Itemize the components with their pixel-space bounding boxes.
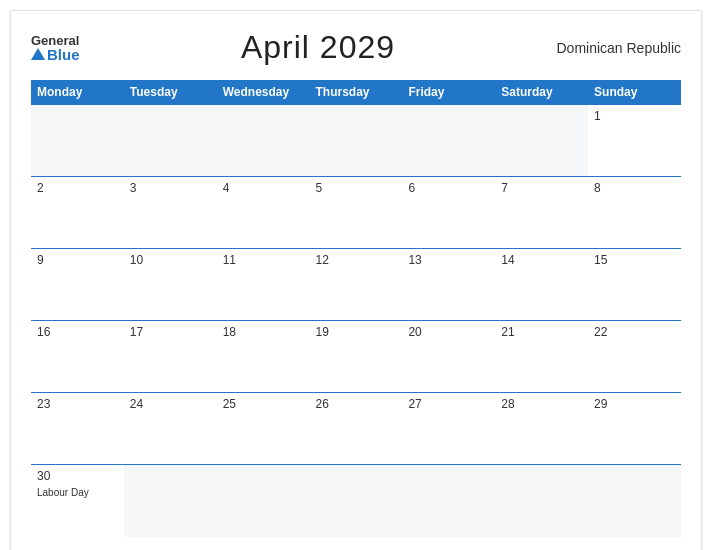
- calendar-week-row: 30Labour Day: [31, 465, 681, 537]
- calendar-day-cell: 9: [31, 249, 124, 321]
- calendar-day-cell: 11: [217, 249, 310, 321]
- calendar-day-cell: 23: [31, 393, 124, 465]
- calendar-header: General Blue April 2029 Dominican Republ…: [31, 29, 681, 66]
- calendar-week-row: 1: [31, 105, 681, 177]
- calendar-day-cell: [495, 465, 588, 537]
- weekday-header: Wednesday: [217, 80, 310, 105]
- day-number: 2: [37, 181, 118, 195]
- calendar-day-cell: 30Labour Day: [31, 465, 124, 537]
- day-number: 28: [501, 397, 582, 411]
- day-number: 26: [316, 397, 397, 411]
- day-number: 11: [223, 253, 304, 267]
- calendar-week-row: 9101112131415: [31, 249, 681, 321]
- calendar-day-cell: [402, 465, 495, 537]
- calendar-day-cell: [310, 465, 403, 537]
- calendar-day-cell: 6: [402, 177, 495, 249]
- calendar-day-cell: [217, 465, 310, 537]
- day-event: Labour Day: [37, 487, 89, 498]
- calendar-day-cell: 8: [588, 177, 681, 249]
- calendar-day-cell: [495, 105, 588, 177]
- calendar-day-cell: [310, 105, 403, 177]
- day-number: 4: [223, 181, 304, 195]
- calendar-day-cell: 4: [217, 177, 310, 249]
- calendar-week-row: 16171819202122: [31, 321, 681, 393]
- weekday-header-row: MondayTuesdayWednesdayThursdayFridaySatu…: [31, 80, 681, 105]
- day-number: 12: [316, 253, 397, 267]
- day-number: 9: [37, 253, 118, 267]
- calendar-day-cell: 7: [495, 177, 588, 249]
- day-number: 7: [501, 181, 582, 195]
- calendar-day-cell: 10: [124, 249, 217, 321]
- calendar-grid: MondayTuesdayWednesdayThursdayFridaySatu…: [31, 80, 681, 537]
- calendar-day-cell: 24: [124, 393, 217, 465]
- calendar-day-cell: 1: [588, 105, 681, 177]
- logo: General Blue: [31, 34, 80, 62]
- day-number: 5: [316, 181, 397, 195]
- day-number: 16: [37, 325, 118, 339]
- day-number: 19: [316, 325, 397, 339]
- calendar-day-cell: [402, 105, 495, 177]
- calendar-day-cell: 22: [588, 321, 681, 393]
- weekday-header: Tuesday: [124, 80, 217, 105]
- day-number: 27: [408, 397, 489, 411]
- calendar-country: Dominican Republic: [556, 40, 681, 56]
- calendar-day-cell: 13: [402, 249, 495, 321]
- calendar-day-cell: 19: [310, 321, 403, 393]
- day-number: 6: [408, 181, 489, 195]
- calendar-container: General Blue April 2029 Dominican Republ…: [10, 10, 702, 550]
- day-number: 22: [594, 325, 675, 339]
- calendar-day-cell: [217, 105, 310, 177]
- calendar-day-cell: 20: [402, 321, 495, 393]
- calendar-week-row: 23242526272829: [31, 393, 681, 465]
- weekday-header: Monday: [31, 80, 124, 105]
- calendar-week-row: 2345678: [31, 177, 681, 249]
- calendar-day-cell: 12: [310, 249, 403, 321]
- day-number: 20: [408, 325, 489, 339]
- day-number: 17: [130, 325, 211, 339]
- logo-blue-text: Blue: [31, 47, 80, 62]
- day-number: 13: [408, 253, 489, 267]
- calendar-day-cell: 16: [31, 321, 124, 393]
- calendar-day-cell: [588, 465, 681, 537]
- calendar-day-cell: 28: [495, 393, 588, 465]
- calendar-day-cell: 21: [495, 321, 588, 393]
- day-number: 25: [223, 397, 304, 411]
- day-number: 29: [594, 397, 675, 411]
- calendar-day-cell: [124, 105, 217, 177]
- weekday-header: Sunday: [588, 80, 681, 105]
- calendar-title: April 2029: [241, 29, 395, 66]
- day-number: 3: [130, 181, 211, 195]
- day-number: 8: [594, 181, 675, 195]
- logo-triangle-icon: [31, 48, 45, 60]
- logo-general-text: General: [31, 34, 80, 47]
- day-number: 18: [223, 325, 304, 339]
- day-number: 30: [37, 469, 118, 483]
- calendar-day-cell: 27: [402, 393, 495, 465]
- calendar-day-cell: 2: [31, 177, 124, 249]
- calendar-day-cell: 14: [495, 249, 588, 321]
- calendar-day-cell: 25: [217, 393, 310, 465]
- calendar-day-cell: 15: [588, 249, 681, 321]
- calendar-day-cell: 3: [124, 177, 217, 249]
- day-number: 10: [130, 253, 211, 267]
- calendar-day-cell: [124, 465, 217, 537]
- day-number: 23: [37, 397, 118, 411]
- calendar-day-cell: 17: [124, 321, 217, 393]
- calendar-day-cell: 26: [310, 393, 403, 465]
- day-number: 24: [130, 397, 211, 411]
- day-number: 15: [594, 253, 675, 267]
- weekday-header: Friday: [402, 80, 495, 105]
- weekday-header: Saturday: [495, 80, 588, 105]
- day-number: 21: [501, 325, 582, 339]
- day-number: 14: [501, 253, 582, 267]
- calendar-day-cell: [31, 105, 124, 177]
- calendar-day-cell: 5: [310, 177, 403, 249]
- calendar-day-cell: 29: [588, 393, 681, 465]
- calendar-day-cell: 18: [217, 321, 310, 393]
- weekday-header: Thursday: [310, 80, 403, 105]
- day-number: 1: [594, 109, 675, 123]
